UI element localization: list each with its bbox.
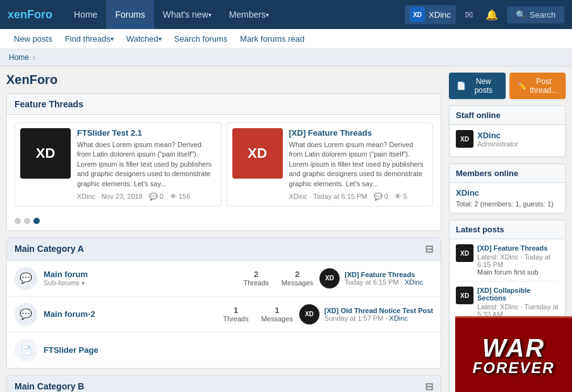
subnav-new-posts[interactable]: New posts xyxy=(8,29,59,49)
card-meta-2: XDinc · Today at 6:15 PM 💬 0 👁 5 xyxy=(289,193,428,201)
feature-threads-title: Feature Threads xyxy=(15,99,83,109)
latest-avatar-main: XD xyxy=(319,268,340,288)
forum-icon-main: 💬 xyxy=(15,267,37,290)
collapse-b-icon[interactable]: ⊟ xyxy=(425,381,433,392)
subnav-search-forums[interactable]: Search forums xyxy=(168,29,234,49)
nav-whats-new[interactable]: What's new ▾ xyxy=(154,0,220,29)
forum-sub-main[interactable]: Sub-forums ▾ xyxy=(44,279,237,287)
staff-user-name[interactable]: XDinc xyxy=(477,131,518,140)
latest-title-2[interactable]: [XD] Old Thread Notice Test Post xyxy=(325,307,433,314)
card-title-2[interactable]: [XD] Feature Threads xyxy=(289,128,428,138)
forum-name-main[interactable]: Main forum xyxy=(44,270,237,279)
card-author-1: XDinc · Nov 23, 2018 xyxy=(77,193,143,200)
war-forever-text: WAR FOREVER xyxy=(472,335,554,376)
category-b-header: Main Category B ⊟ xyxy=(7,376,441,392)
messages-icon[interactable]: ✉ xyxy=(461,5,477,25)
threads-stat-2: 1 Threads xyxy=(223,306,248,323)
lp-title-2[interactable]: [XD] Collapsible Sections xyxy=(477,287,559,302)
feature-card-2[interactable]: XD [XD] Feature Threads What does Lorem … xyxy=(227,122,434,206)
top-navigation: xenForo Home Forums What's new ▾ Members… xyxy=(0,0,572,29)
new-posts-icon: 📄 xyxy=(456,81,466,90)
category-b-title: Main Category B xyxy=(15,381,84,391)
lp-avatar-1: XD xyxy=(456,244,474,262)
staff-user-xdinc: XD XDinc Administrator xyxy=(456,130,559,148)
user-name: XDinc xyxy=(429,10,451,20)
breadcrumb: Home › xyxy=(0,49,572,66)
latest-avatar-2: XD xyxy=(299,304,319,324)
card-thumb-1: XD xyxy=(20,128,71,179)
carousel-dots xyxy=(7,214,441,230)
feature-threads-header: Feature Threads xyxy=(7,94,441,115)
forum-info-ftslider: FTSlider Page xyxy=(44,345,433,355)
feature-card-1[interactable]: XD FTSlider Test 2.1 What does Lorem ips… xyxy=(15,122,222,206)
members-online-header: Members online xyxy=(450,164,565,183)
forum-name-2[interactable]: Main forum-2 xyxy=(44,309,217,319)
subnav-find-threads[interactable]: Find threads ▾ xyxy=(59,29,120,49)
members-online-content: XDinc Total: 2 (members: 1, guests: 1) xyxy=(450,183,565,213)
category-a-title: Main Category A xyxy=(15,244,84,254)
logo: xenForo xyxy=(8,8,52,21)
card-replies-1: 💬 0 xyxy=(149,193,164,201)
messages-stat-main: 2 Messages xyxy=(282,270,313,287)
forum-name-ftslider[interactable]: FTSlider Page xyxy=(44,345,433,355)
card-views-1: 👁 156 xyxy=(170,193,190,200)
dot-2[interactable] xyxy=(24,218,30,224)
post-thread-button[interactable]: ✏️ Post thread... xyxy=(509,73,566,99)
subnav-watched[interactable]: Watched ▾ xyxy=(120,29,168,49)
staff-online-content: XD XDinc Administrator xyxy=(450,125,565,157)
card-author-2: XDinc · Today at 6:15 PM xyxy=(289,193,367,200)
latest-user-main[interactable]: XDinc xyxy=(405,278,423,286)
forum-info-main: Main forum Sub-forums ▾ xyxy=(44,270,237,287)
category-a-header: Main Category A ⊟ xyxy=(7,238,441,261)
card-content-1: FTSlider Test 2.1 What does Lorem ipsum … xyxy=(77,128,216,201)
forum-row-ftslider: 📄 FTSlider Page xyxy=(7,333,441,368)
latest-meta-main: Today at 6:15 PM · XDinc xyxy=(345,278,423,286)
staff-user-role: Administrator xyxy=(477,140,518,148)
collapse-a-icon[interactable]: ⊟ xyxy=(425,243,433,255)
dot-3[interactable] xyxy=(33,218,40,224)
breadcrumb-home[interactable]: Home xyxy=(9,53,29,62)
category-b-section: Main Category B ⊟ 💬 Main forum-3 2 Threa… xyxy=(6,375,441,392)
sub-navigation: New posts Find threads ▾ Watched ▾ Searc… xyxy=(0,29,572,49)
lp-title-1[interactable]: [XD] Feature Threads xyxy=(477,244,559,252)
latest-info-main: [XD] Feature Threads Today at 6:15 PM · … xyxy=(345,271,423,286)
feature-threads-section: Feature Threads XD FTSlider Test 2.1 Wha… xyxy=(6,93,441,231)
nav-home[interactable]: Home xyxy=(65,0,106,29)
war-forever-overlay: WAR FOREVER xyxy=(455,316,572,392)
forum-icon-2: 💬 xyxy=(15,303,37,326)
forever-text: FOREVER xyxy=(472,360,554,376)
action-buttons: 📄 New posts ✏️ Post thread... xyxy=(449,73,566,99)
search-button[interactable]: 🔍 Search xyxy=(507,6,564,23)
members-total: Total: 2 (members: 1, guests: 1) xyxy=(456,200,559,208)
card-title-1[interactable]: FTSlider Test 2.1 xyxy=(77,128,216,138)
staff-online-box: Staff online XD XDinc Administrator xyxy=(449,105,566,157)
new-posts-button[interactable]: 📄 New posts xyxy=(449,73,506,99)
latest-posts-header: Latest posts xyxy=(450,220,565,239)
latest-title-main[interactable]: [XD] Feature Threads xyxy=(345,271,423,278)
war-text: WAR xyxy=(472,335,554,360)
forum-stats-2: 1 Threads 1 Messages xyxy=(223,306,293,323)
card-text-1: What does Lorem ipsum mean? Derived from… xyxy=(77,140,216,189)
forum-row-main: 💬 Main forum Sub-forums ▾ 2 Threads 2 Me… xyxy=(7,261,441,297)
subnav-mark-read[interactable]: Mark forums read xyxy=(234,29,311,49)
user-badge[interactable]: XD XDinc xyxy=(405,5,456,24)
category-a-section: Main Category A ⊟ 💬 Main forum Sub-forum… xyxy=(6,237,441,369)
alerts-icon[interactable]: 🔔 xyxy=(482,5,502,25)
user-avatar: XD xyxy=(410,7,425,22)
nav-members[interactable]: Members ▾ xyxy=(220,0,278,29)
forum-info-2: Main forum-2 xyxy=(44,309,217,319)
lp-meta-1: Latest: XDinc · Today at 6:15 PM xyxy=(477,253,559,268)
dot-1[interactable] xyxy=(15,218,21,224)
latest-user-2[interactable]: XDinc xyxy=(390,314,408,322)
lp-info-1: [XD] Feature Threads Latest: XDinc · Tod… xyxy=(477,244,559,276)
forum-latest-2: XD [XD] Old Thread Notice Test Post Sund… xyxy=(299,304,433,324)
nav-forums[interactable]: Forums xyxy=(106,0,153,29)
members-online-box: Members online XDinc Total: 2 (members: … xyxy=(449,163,566,213)
member-xdinc[interactable]: XDinc xyxy=(456,188,559,198)
threads-stat-main: 2 Threads xyxy=(244,270,269,287)
post-thread-icon: ✏️ xyxy=(517,81,527,90)
staff-online-header: Staff online xyxy=(450,106,565,125)
card-views-2: 👁 5 xyxy=(395,193,407,200)
messages-stat-2: 1 Messages xyxy=(261,306,293,323)
latest-post-1: XD [XD] Feature Threads Latest: XDinc · … xyxy=(456,244,559,282)
